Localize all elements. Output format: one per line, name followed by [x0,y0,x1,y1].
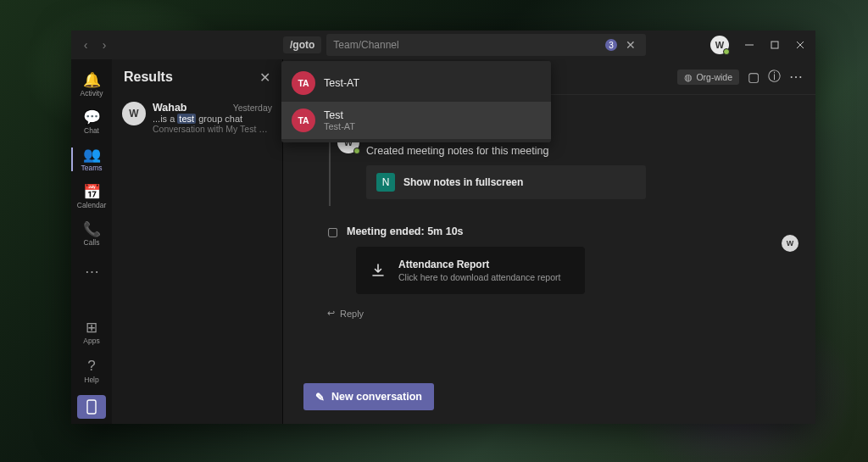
phone-icon: 📞 [83,221,101,237]
apps-icon: ⊞ [86,320,97,335]
info-icon[interactable]: ⓘ [768,69,781,85]
search-input[interactable] [333,39,605,51]
close-button[interactable] [788,33,812,57]
result-context: Conversation with My Test Group [153,124,272,134]
video-end-icon: ▢ [327,225,338,238]
results-title: Results [124,70,173,85]
search-box[interactable]: 3 ✕ [326,34,646,56]
meeting-ended-text: Meeting ended: 5m 10s [347,225,464,237]
rail-calls[interactable]: 📞Calls [71,215,112,253]
rail-more[interactable]: ⋯ [71,253,112,290]
meet-now-icon[interactable]: ▢ [748,70,760,85]
rail-help[interactable]: ?Help [71,353,112,390]
rail-apps[interactable]: ⊞Apps [71,314,112,351]
more-options-icon[interactable]: ⋯ [789,69,804,85]
team-avatar: TA [292,71,315,95]
close-results-icon[interactable]: ✕ [259,70,270,86]
chat-icon: 💬 [83,109,101,125]
bell-icon: 🔔 [83,72,101,87]
message-text: Created meeting notes for this meeting [366,145,765,157]
presence-indicator-icon [723,48,730,55]
result-excerpt: ...is a test group chat [153,114,272,124]
result-time: Yesterday [233,103,272,113]
teams-icon: 👥 [83,147,101,162]
team-avatar: TA [292,109,315,132]
reply-icon: ↩ [327,308,335,319]
titlebar: ‹ › /goto 3 ✕ W [71,31,815,59]
rail-calendar[interactable]: 📅Calendar [71,178,112,215]
attendance-report-card[interactable]: Attendance Report Click here to download… [356,247,585,294]
show-notes-label: Show notes in fullscreen [403,176,523,188]
maximize-button[interactable] [763,33,787,57]
meeting-ended-row: ▢ Meeting ended: 5m 10s [327,225,765,238]
command-pill: /goto [283,36,321,53]
nav-back-button[interactable]: ‹ [78,37,93,53]
clear-search-icon[interactable]: ✕ [622,38,639,52]
calendar-icon: 📅 [83,184,101,199]
presence-indicator-icon [353,148,360,154]
compose-icon: ✎ [315,391,325,404]
search-result-count: 3 [605,39,617,51]
dropdown-item-title: Test [324,109,355,121]
teams-app-window: ‹ › /goto 3 ✕ W 🔔Activity 💬Chat 👥Teams [71,31,815,424]
profile-avatar[interactable]: W [710,36,729,54]
nav-forward-button[interactable]: › [97,37,112,53]
orgwide-badge[interactable]: ◍Org-wide [677,70,739,85]
reply-button[interactable]: ↩ Reply [327,308,765,319]
goto-dropdown: TA Test-AT TA Test Test-AT [281,61,551,142]
onenote-icon: N [376,173,395,192]
profile-avatar-initial: W [715,40,724,50]
rail-device-button[interactable] [77,395,106,419]
result-avatar: W [122,102,146,125]
rail-chat[interactable]: 💬Chat [71,103,112,141]
globe-icon: ◍ [684,72,693,82]
dropdown-item-subtitle: Test-AT [324,121,355,131]
attendance-title: Attendance Report [398,259,560,270]
minimize-button[interactable] [737,33,761,57]
results-panel: Results ✕ W Wahab Yesterday ...is a test… [112,59,283,424]
rail-teams[interactable]: 👥Teams [71,141,112,178]
search-result-item[interactable]: W Wahab Yesterday ...is a test group cha… [112,95,282,141]
show-notes-card[interactable]: N Show notes in fullscreen [366,165,646,199]
download-icon [370,259,387,282]
new-conversation-button[interactable]: ✎ New conversation [303,383,434,410]
ellipsis-icon: ⋯ [85,264,99,279]
rail-activity[interactable]: 🔔Activity [71,66,112,103]
dropdown-item-title: Test-AT [324,77,359,89]
svg-rect-1 [771,42,778,48]
dropdown-item[interactable]: TA Test-AT [281,64,551,102]
viewer-avatar: W [782,235,798,252]
dropdown-item[interactable]: TA Test Test-AT [281,102,551,139]
app-rail: 🔔Activity 💬Chat 👥Teams 📅Calendar 📞Calls … [71,59,112,424]
result-name: Wahab [153,102,187,114]
help-icon: ? [87,359,95,374]
attendance-subtitle: Click here to download attendance report [398,272,560,282]
svg-rect-4 [87,400,96,414]
